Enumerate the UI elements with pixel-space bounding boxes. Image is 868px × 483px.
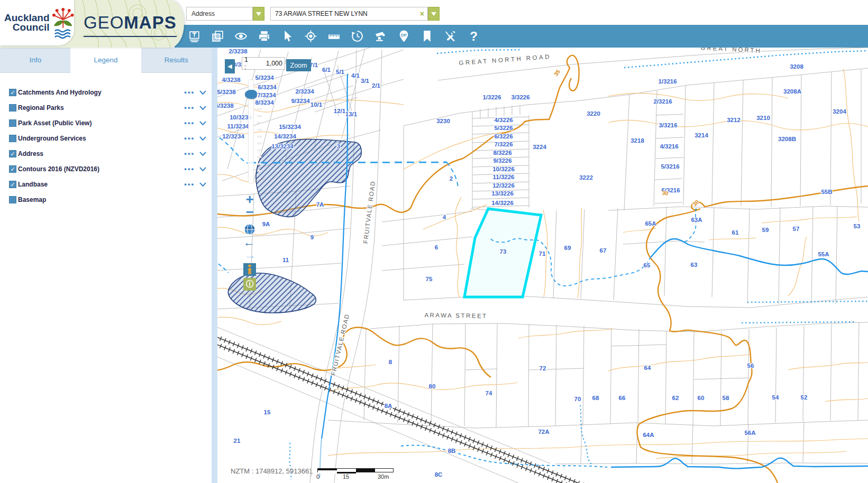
svg-text:7A: 7A xyxy=(316,201,324,208)
svg-text:15/3234: 15/3234 xyxy=(279,124,301,130)
svg-text:3: 3 xyxy=(337,143,340,150)
map-contents-tool-button[interactable] xyxy=(187,29,202,43)
dp-pin-tool-button[interactable]: DP xyxy=(397,29,411,43)
bookmark-icon xyxy=(421,30,434,43)
pointer-tool-button[interactable] xyxy=(280,29,295,43)
layer-menu-dots[interactable]: ••• xyxy=(184,119,195,127)
svg-text:58: 58 xyxy=(723,395,729,401)
zoom-slider-handle[interactable] xyxy=(245,90,257,99)
layer-checkbox[interactable]: ✓ xyxy=(9,181,16,188)
layer-label: Landbase xyxy=(18,181,184,188)
tab-results[interactable]: Results xyxy=(141,48,212,73)
svg-text:61: 61 xyxy=(732,229,739,236)
chevron-down-icon[interactable] xyxy=(199,152,206,156)
search-type-select[interactable]: Address xyxy=(186,7,253,21)
svg-text:56: 56 xyxy=(747,363,754,369)
svg-text:3210: 3210 xyxy=(756,115,770,121)
layer-row-contours-2016-nzvd2016-[interactable]: ✓Contours 2016 (NZVD2016)••• xyxy=(0,161,212,177)
layer-checkbox[interactable]: ✓ xyxy=(9,165,16,173)
chevron-down-icon[interactable] xyxy=(199,182,206,187)
layer-checkbox[interactable]: ✓ xyxy=(9,89,16,96)
zoom-out-button[interactable]: − xyxy=(243,204,256,220)
search-dropdown-button[interactable] xyxy=(428,7,440,21)
next-extent-button[interactable]: → xyxy=(243,248,257,262)
layer-checkbox[interactable] xyxy=(9,135,16,142)
full-extent-globe-button[interactable] xyxy=(243,223,257,237)
search-input[interactable] xyxy=(271,10,417,17)
svg-text:72A: 72A xyxy=(538,429,549,435)
tab-legend[interactable]: Legend xyxy=(70,48,141,73)
history-tool-button[interactable] xyxy=(350,29,364,43)
print-tool-button[interactable] xyxy=(257,29,271,43)
map-canvas[interactable]: 2/32383/324/32385/32386/32385/32346/3234… xyxy=(212,48,868,483)
layer-menu-dots[interactable]: ••• xyxy=(184,88,195,96)
scale-input[interactable]: 1 : 1,000 xyxy=(242,57,285,70)
map-edge-strip xyxy=(212,48,217,483)
chevron-down-icon[interactable] xyxy=(199,136,206,141)
chevron-down-icon[interactable] xyxy=(199,121,206,125)
svg-text:4/3238: 4/3238 xyxy=(222,77,241,83)
layer-checkbox[interactable] xyxy=(9,104,16,112)
layer-row-catchments-and-hydrology[interactable]: ✓Catchments And Hydrology••• xyxy=(0,85,212,100)
svg-text:59: 59 xyxy=(762,227,769,233)
previous-extent-button[interactable]: ← xyxy=(242,236,256,249)
map-viewport: 2/32383/324/32385/32386/32385/32346/3234… xyxy=(212,48,868,483)
layers-tool-button[interactable] xyxy=(211,29,225,43)
globe-icon xyxy=(243,223,256,236)
svg-text:15: 15 xyxy=(264,409,271,415)
measure-tool-button[interactable] xyxy=(327,29,341,43)
layer-label: Regional Parks xyxy=(18,104,184,112)
tools-tool-button[interactable] xyxy=(443,29,458,43)
clear-search-icon[interactable]: × xyxy=(417,10,427,18)
svg-text:72: 72 xyxy=(540,365,546,371)
svg-text:69: 69 xyxy=(564,245,571,251)
collapse-sidebar-button[interactable]: ◀ xyxy=(225,59,235,73)
svg-text:4/1: 4/1 xyxy=(351,72,360,79)
help-tool-button[interactable]: ? xyxy=(467,29,481,43)
layer-row-regional-parks[interactable]: Regional Parks••• xyxy=(0,100,212,115)
svg-text:64A: 64A xyxy=(643,432,654,438)
layer-row-park-asset-public-view-[interactable]: Park Asset (Public View)••• xyxy=(0,115,212,131)
scale-bar-label-30m: 30m xyxy=(378,473,389,480)
svg-text:3/1: 3/1 xyxy=(361,78,370,84)
bookmark-tool-button[interactable] xyxy=(420,29,434,43)
layer-checkbox[interactable]: ✓ xyxy=(9,150,16,157)
tab-info[interactable]: Info xyxy=(0,48,70,73)
layers-icon xyxy=(211,30,224,43)
layer-row-landbase[interactable]: ✓Landbase••• xyxy=(0,177,212,192)
locate-tool-button[interactable] xyxy=(304,29,318,43)
search-type-dropdown-button[interactable] xyxy=(253,7,264,21)
app-title-geo: GEO xyxy=(84,13,124,32)
layer-label: Address xyxy=(18,150,184,157)
layer-row-underground-services[interactable]: Underground Services••• xyxy=(0,131,212,146)
visibility-tool-button[interactable] xyxy=(234,29,248,43)
svg-text:3/3216: 3/3216 xyxy=(659,122,677,128)
layer-menu-dots[interactable]: ••• xyxy=(184,165,195,173)
chevron-down-icon[interactable] xyxy=(199,90,206,95)
chevron-down-icon xyxy=(256,12,261,16)
chevron-down-icon[interactable] xyxy=(199,106,206,110)
camera-icon xyxy=(374,30,387,43)
svg-text:75: 75 xyxy=(426,276,433,282)
identify-info-button[interactable]: ⓘ xyxy=(243,278,256,291)
layer-row-basemap[interactable]: Basemap xyxy=(0,192,212,207)
street-view-button[interactable] xyxy=(243,263,256,276)
svg-text:11/3234: 11/3234 xyxy=(227,123,250,129)
app-title: GEOMAPS xyxy=(84,13,177,37)
layer-checkbox[interactable] xyxy=(9,196,16,203)
layer-list: ✓Catchments And Hydrology•••Regional Par… xyxy=(0,73,212,207)
layer-checkbox[interactable] xyxy=(9,119,16,127)
layer-menu-dots[interactable]: ••• xyxy=(184,150,195,157)
svg-text:9: 9 xyxy=(310,234,314,240)
svg-text:12/3226: 12/3226 xyxy=(492,182,515,189)
layer-menu-dots[interactable]: ••• xyxy=(184,134,195,142)
zoom-button[interactable]: Zoom xyxy=(286,59,311,71)
svg-text:3208B: 3208B xyxy=(778,136,796,142)
camera-tool-button[interactable] xyxy=(373,29,388,43)
layer-menu-dots[interactable]: ••• xyxy=(184,180,195,188)
layer-row-address[interactable]: ✓Address••• xyxy=(0,146,212,161)
svg-text:65: 65 xyxy=(644,262,651,268)
layer-menu-dots[interactable]: ••• xyxy=(184,104,195,112)
chevron-down-icon[interactable] xyxy=(199,167,206,171)
history-icon xyxy=(351,30,364,43)
